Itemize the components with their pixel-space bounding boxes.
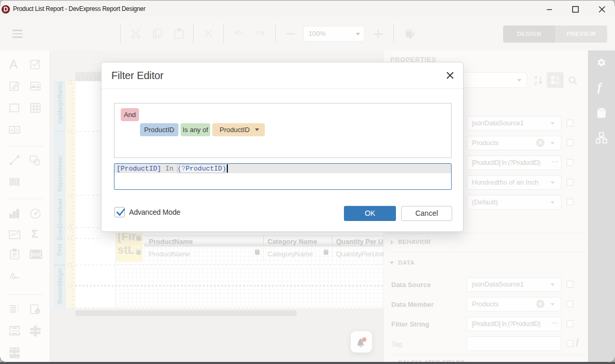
svg-text:i: i — [37, 309, 38, 314]
svg-text:D: D — [4, 6, 8, 13]
svg-text:A: A — [534, 75, 538, 80]
svg-text:Z: Z — [534, 81, 537, 86]
svg-text:b: b — [16, 127, 19, 133]
svg-text:a: a — [11, 127, 14, 133]
svg-text:PDF: PDF — [31, 252, 41, 257]
